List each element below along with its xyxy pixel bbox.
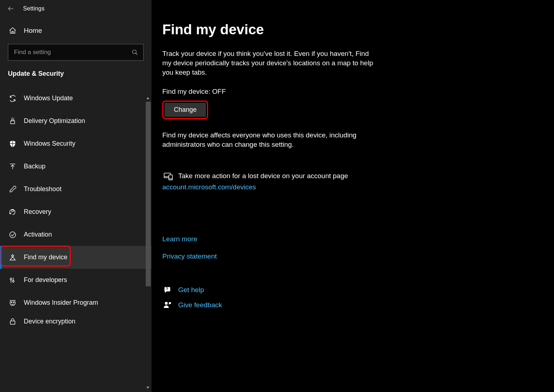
account-action-row: Take more action for a lost device on yo… <box>162 171 540 181</box>
svg-rect-25 <box>10 321 15 324</box>
svg-marker-26 <box>146 97 149 99</box>
home-label: Home <box>24 27 42 35</box>
scroll-down-button[interactable] <box>145 385 151 391</box>
nav-items: Windows Update Delivery Optimization Win… <box>0 87 151 392</box>
section-header: Update & Security <box>0 69 151 87</box>
sidebar-item-delivery-optimization[interactable]: Delivery Optimization <box>0 110 151 132</box>
page-title: Find my device <box>162 22 540 38</box>
change-button[interactable]: Change <box>164 103 206 117</box>
sidebar-item-for-developers[interactable]: For developers <box>0 269 151 291</box>
svg-rect-30 <box>169 175 172 180</box>
account-link[interactable]: account.microsoft.com/devices <box>162 183 256 191</box>
delivery-icon <box>8 117 17 125</box>
scroll-up-button[interactable] <box>145 95 151 101</box>
search-input[interactable] <box>13 48 129 56</box>
sidebar-item-find-my-device[interactable]: Find my device <box>0 246 151 269</box>
lock-icon <box>8 317 17 325</box>
account-action-text: Take more action for a lost device on yo… <box>178 172 348 180</box>
sidebar-item-activation[interactable]: Activation <box>0 223 151 246</box>
svg-point-21 <box>13 280 14 282</box>
feedback-icon <box>162 301 172 309</box>
learn-more-link[interactable]: Learn more <box>162 235 540 243</box>
scrollbar-thumb[interactable] <box>146 102 151 286</box>
svg-point-15 <box>12 210 14 212</box>
sidebar-item-label: Backup <box>24 163 45 170</box>
window-title: Settings <box>23 5 44 12</box>
sidebar-item-label: Device encryption <box>24 318 75 325</box>
sidebar-item-label: For developers <box>24 276 67 284</box>
svg-point-22 <box>10 300 16 305</box>
sidebar-item-windows-insider-program[interactable]: Windows Insider Program <box>0 291 151 314</box>
home-icon <box>8 27 17 35</box>
sidebar-item-label: Recovery <box>24 208 51 216</box>
sidebar-item-label: Windows Insider Program <box>24 299 98 307</box>
shield-icon <box>8 140 17 148</box>
svg-point-19 <box>10 278 12 280</box>
svg-rect-7 <box>11 121 15 124</box>
sidebar-item-windows-update[interactable]: Windows Update <box>0 87 151 110</box>
sidebar-item-troubleshoot[interactable]: Troubleshoot <box>0 178 151 201</box>
svg-point-33 <box>165 302 168 305</box>
description-text: Track your device if you think you've lo… <box>162 49 379 78</box>
sidebar-item-label: Windows Security <box>24 140 75 147</box>
svg-point-17 <box>12 255 14 257</box>
sidebar-item-label: Troubleshoot <box>24 185 61 193</box>
recovery-icon <box>8 208 17 216</box>
sidebar-item-windows-security[interactable]: Windows Security <box>0 132 151 155</box>
checkmark-circle-icon <box>8 231 17 239</box>
backup-icon <box>8 163 17 171</box>
sidebar-item-recovery[interactable]: Recovery <box>0 201 151 223</box>
location-icon <box>8 254 17 261</box>
insider-icon <box>8 299 17 307</box>
help-icon: ? <box>162 286 172 294</box>
search-icon <box>132 49 138 56</box>
svg-point-23 <box>11 302 12 303</box>
svg-point-16 <box>10 232 16 238</box>
sidebar-item-label: Delivery Optimization <box>24 117 85 125</box>
sidebar-item-label: Find my device <box>24 254 67 261</box>
wrench-icon <box>8 185 17 193</box>
status-label: Find my device: OFF <box>162 88 540 96</box>
svg-point-24 <box>13 302 14 303</box>
svg-line-6 <box>136 53 137 55</box>
search-input-container[interactable] <box>8 44 144 61</box>
main-content: Find my device Track your device if you … <box>151 0 554 392</box>
sidebar-item-label: Windows Update <box>24 94 73 102</box>
svg-text:?: ? <box>166 287 168 291</box>
sidebar-item-label: Activation <box>24 231 52 238</box>
back-button[interactable] <box>3 1 19 17</box>
sidebar-item-backup[interactable]: Backup <box>0 155 151 178</box>
sidebar: Settings Home Update & Security Windows … <box>0 0 151 392</box>
note-text: Find my device affects everyone who uses… <box>162 131 379 149</box>
sidebar-item-device-encryption[interactable]: Device encryption <box>0 314 151 329</box>
highlight-outline-change: Change <box>162 101 208 119</box>
devices-icon <box>162 171 174 181</box>
privacy-statement-link[interactable]: Privacy statement <box>162 252 540 260</box>
sync-icon <box>8 94 17 102</box>
svg-point-5 <box>132 50 136 54</box>
svg-marker-27 <box>146 387 149 389</box>
developers-icon <box>8 276 17 284</box>
get-help-link[interactable]: Get help <box>178 286 204 294</box>
sidebar-item-home[interactable]: Home <box>0 17 151 44</box>
give-feedback-link[interactable]: Give feedback <box>178 301 222 309</box>
